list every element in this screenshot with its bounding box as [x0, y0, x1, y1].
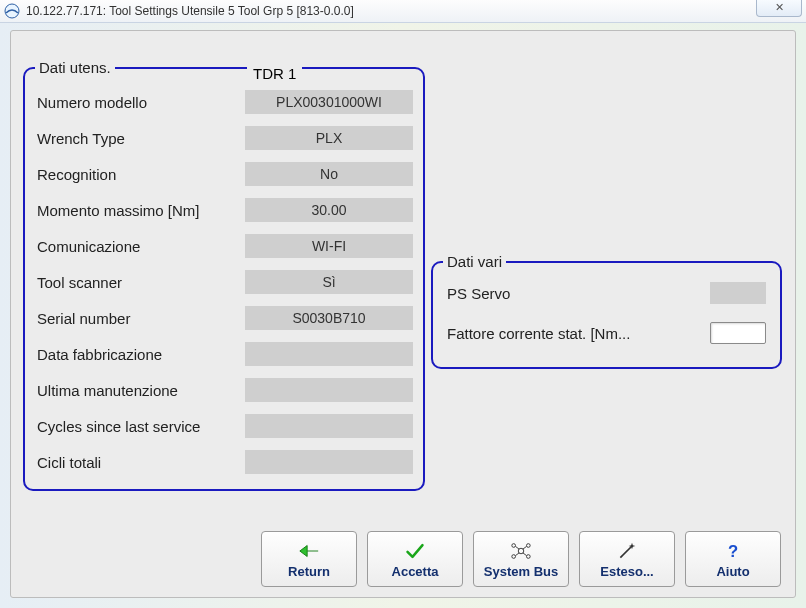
svg-point-4	[512, 554, 516, 558]
close-icon: ✕	[775, 1, 784, 14]
accept-button[interactable]: Accetta	[367, 531, 463, 587]
label-max-torque: Momento massimo [Nm]	[37, 202, 245, 219]
systembus-label: System Bus	[484, 564, 558, 579]
value-total-cycles	[245, 450, 413, 474]
row-stat-current-factor: Fattore corrente stat. [Nm...	[433, 316, 780, 350]
extended-button[interactable]: Esteso...	[579, 531, 675, 587]
input-stat-current-factor[interactable]	[710, 322, 766, 344]
svg-line-10	[620, 546, 632, 558]
label-model-number: Numero modello	[37, 94, 245, 111]
window-title: 10.122.77.171: Tool Settings Utensile 5 …	[26, 4, 756, 18]
return-label: Return	[288, 564, 330, 579]
svg-point-3	[527, 543, 531, 547]
help-label: Aiuto	[716, 564, 749, 579]
label-wrench-type: Wrench Type	[37, 130, 245, 147]
misc-data-legend: Dati vari	[443, 253, 506, 270]
row-tool-scanner: Tool scanner Sì	[25, 264, 423, 300]
row-ps-servo: PS Servo	[433, 276, 780, 310]
label-tool-scanner: Tool scanner	[37, 274, 245, 291]
row-manufacture-date: Data fabbricazione	[25, 336, 423, 372]
svg-line-8	[516, 552, 520, 555]
accept-label: Accetta	[392, 564, 439, 579]
return-button[interactable]: Return	[261, 531, 357, 587]
value-ps-servo	[710, 282, 766, 304]
label-recognition: Recognition	[37, 166, 245, 183]
label-ps-servo: PS Servo	[447, 285, 710, 302]
value-recognition: No	[245, 162, 413, 186]
extended-label: Esteso...	[600, 564, 653, 579]
svg-line-7	[523, 546, 527, 549]
value-wrench-type: PLX	[245, 126, 413, 150]
close-button[interactable]: ✕	[756, 0, 802, 17]
svg-line-9	[523, 552, 527, 555]
row-model-number: Numero modello PLX00301000WI	[25, 84, 423, 120]
tool-data-legend-right: TDR 1	[247, 65, 302, 82]
systembus-button[interactable]: System Bus	[473, 531, 569, 587]
label-last-maintenance: Ultima manutenzione	[37, 382, 245, 399]
label-cycles-since-service: Cycles since last service	[37, 418, 245, 435]
row-max-torque: Momento massimo [Nm] 30.00	[25, 192, 423, 228]
tool-data-group: Dati utens. TDR 1 Numero modello PLX0030…	[23, 59, 425, 491]
value-manufacture-date	[245, 342, 413, 366]
misc-data-group: Dati vari PS Servo Fattore corrente stat…	[431, 253, 782, 369]
client-area: Dati utens. TDR 1 Numero modello PLX0030…	[10, 30, 796, 598]
row-last-maintenance: Ultima manutenzione	[25, 372, 423, 408]
label-serial-number: Serial number	[37, 310, 245, 327]
svg-text:?: ?	[728, 541, 738, 560]
row-communication: Comunicazione WI-FI	[25, 228, 423, 264]
svg-point-5	[527, 554, 531, 558]
check-icon	[404, 540, 426, 562]
label-total-cycles: Cicli totali	[37, 454, 245, 471]
wand-icon	[616, 540, 638, 562]
value-communication: WI-FI	[245, 234, 413, 258]
row-wrench-type: Wrench Type PLX	[25, 120, 423, 156]
tool-settings-window: 10.122.77.171: Tool Settings Utensile 5 …	[0, 0, 806, 608]
svg-point-2	[512, 543, 516, 547]
label-stat-current-factor: Fattore corrente stat. [Nm...	[447, 325, 710, 342]
value-model-number: PLX00301000WI	[245, 90, 413, 114]
value-last-maintenance	[245, 378, 413, 402]
svg-point-0	[5, 4, 19, 18]
value-serial-number: S0030B710	[245, 306, 413, 330]
value-tool-scanner: Sì	[245, 270, 413, 294]
network-icon	[510, 540, 532, 562]
question-icon: ?	[722, 540, 744, 562]
svg-line-6	[516, 546, 520, 549]
arrow-left-icon	[298, 540, 320, 562]
value-cycles-since-service	[245, 414, 413, 438]
help-button[interactable]: ? Aiuto	[685, 531, 781, 587]
titlebar: 10.122.77.171: Tool Settings Utensile 5 …	[0, 0, 806, 23]
row-recognition: Recognition No	[25, 156, 423, 192]
label-manufacture-date: Data fabbricazione	[37, 346, 245, 363]
app-icon	[4, 3, 20, 19]
tool-data-legend: Dati utens.	[35, 59, 115, 76]
button-bar: Return Accetta	[11, 531, 795, 587]
row-cycles-since-service: Cycles since last service	[25, 408, 423, 444]
value-max-torque: 30.00	[245, 198, 413, 222]
row-serial-number: Serial number S0030B710	[25, 300, 423, 336]
row-total-cycles: Cicli totali	[25, 444, 423, 480]
label-communication: Comunicazione	[37, 238, 245, 255]
